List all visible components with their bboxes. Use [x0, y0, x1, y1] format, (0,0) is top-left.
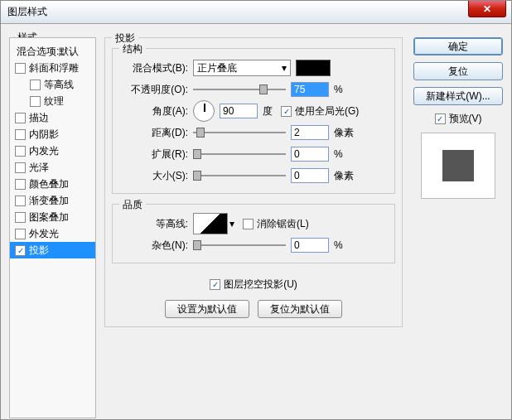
- distance-input[interactable]: 2: [291, 125, 329, 140]
- titlebar: 图层样式 ✕: [1, 1, 511, 24]
- style-label: 描边: [29, 111, 49, 125]
- noise-row: 杂色(N): 0 %: [123, 234, 384, 256]
- spread-row: 扩展(R): 0 %: [123, 143, 384, 165]
- quality-title: 品质: [119, 198, 146, 212]
- style-row-5[interactable]: 内发光: [10, 142, 95, 159]
- angle-unit: 度: [263, 104, 273, 118]
- style-label: 内阴影: [29, 128, 59, 142]
- panel-outer: 投影 结构 混合模式(B): 正片叠底 ▾ 不透明度(O):: [104, 37, 403, 327]
- style-row-11[interactable]: ✓投影: [10, 242, 95, 258]
- styles-panel: 混合选项:默认 斜面和浮雕等高线纹理描边内阴影内发光光泽颜色叠加渐变叠加图案叠加…: [9, 37, 96, 418]
- structure-title: 结构: [119, 42, 146, 56]
- style-label: 外发光: [29, 227, 59, 241]
- style-checkbox[interactable]: [15, 229, 26, 239]
- style-checkbox[interactable]: [30, 96, 41, 107]
- global-light-checkbox[interactable]: ✓: [281, 106, 292, 117]
- style-label: 图案叠加: [29, 210, 69, 224]
- style-label: 颜色叠加: [29, 177, 69, 191]
- style-checkbox[interactable]: ✓: [15, 245, 26, 256]
- style-row-9[interactable]: 图案叠加: [10, 209, 95, 225]
- spread-input[interactable]: 0: [291, 147, 329, 162]
- new-style-button[interactable]: 新建样式(W)...: [413, 87, 503, 105]
- noise-label: 杂色(N):: [123, 239, 193, 253]
- knockout-checkbox[interactable]: ✓: [210, 279, 220, 290]
- style-row-7[interactable]: 颜色叠加: [10, 176, 95, 192]
- style-label: 等高线: [44, 78, 74, 92]
- noise-slider[interactable]: [193, 238, 286, 253]
- style-label: 斜面和浮雕: [29, 61, 79, 75]
- style-label: 纹理: [44, 94, 64, 109]
- spread-slider[interactable]: [193, 147, 286, 162]
- opacity-unit: %: [334, 84, 343, 95]
- global-light-label: 使用全局光(G): [295, 104, 359, 118]
- spread-label: 扩展(R):: [123, 147, 193, 162]
- style-label: 内发光: [29, 144, 59, 158]
- style-row-8[interactable]: 渐变叠加: [10, 192, 95, 209]
- preview-swatch: [442, 150, 474, 181]
- spread-unit: %: [334, 148, 343, 160]
- window-title: 图层样式: [7, 5, 47, 19]
- style-checkbox[interactable]: [15, 196, 26, 206]
- style-row-4[interactable]: 内阴影: [10, 126, 95, 142]
- style-checkbox[interactable]: [15, 113, 26, 123]
- style-checkbox[interactable]: [15, 129, 26, 140]
- restore-default-button[interactable]: 复位为默认值: [258, 300, 342, 318]
- style-row-1[interactable]: 等高线: [10, 76, 95, 93]
- blend-mode-value: 正片叠底: [197, 61, 237, 75]
- angle-dial[interactable]: [193, 100, 215, 122]
- default-buttons: 设置为默认值 复位为默认值: [112, 300, 395, 318]
- style-row-10[interactable]: 外发光: [10, 225, 95, 242]
- blend-mode-row: 混合模式(B): 正片叠底 ▾: [123, 57, 384, 79]
- style-checkbox[interactable]: [15, 179, 26, 190]
- quality-group: 品质 等高线: ▾ 消除锯齿(L) 杂色(N): 0 %: [112, 204, 395, 263]
- distance-slider[interactable]: [193, 125, 286, 140]
- opacity-row: 不透明度(O): 75 %: [123, 79, 384, 100]
- style-checkbox[interactable]: [15, 162, 26, 173]
- opacity-input[interactable]: 75: [291, 82, 329, 97]
- angle-input[interactable]: 90: [220, 104, 258, 118]
- structure-group: 结构 混合模式(B): 正片叠底 ▾ 不透明度(O): 75 %: [112, 48, 395, 194]
- preview-row: ✓ 预览(V): [413, 112, 503, 126]
- style-checkbox[interactable]: [15, 146, 26, 157]
- cancel-button[interactable]: 复位: [413, 62, 503, 80]
- knockout-label: 图层挖空投影(U): [224, 278, 297, 292]
- noise-input[interactable]: 0: [291, 238, 329, 253]
- chevron-down-icon: ▾: [282, 62, 287, 74]
- styles-list: 混合选项:默认 斜面和浮雕等高线纹理描边内阴影内发光光泽颜色叠加渐变叠加图案叠加…: [10, 38, 95, 263]
- main-panel: 投影 结构 混合模式(B): 正片叠底 ▾ 不透明度(O):: [104, 37, 403, 420]
- style-row-2[interactable]: 纹理: [10, 93, 95, 109]
- close-button[interactable]: ✕: [468, 1, 506, 17]
- blend-mode-label: 混合模式(B):: [123, 61, 193, 75]
- contour-picker[interactable]: [193, 213, 228, 234]
- distance-row: 距离(D): 2 像素: [123, 122, 384, 143]
- style-label: 投影: [29, 244, 49, 258]
- set-default-button[interactable]: 设置为默认值: [165, 300, 249, 318]
- style-checkbox[interactable]: [15, 63, 26, 74]
- ok-button[interactable]: 确定: [413, 37, 503, 56]
- dialog-window: 图层样式 ✕ 样式 混合选项:默认 斜面和浮雕等高线纹理描边内阴影内发光光泽颜色…: [0, 0, 512, 420]
- knockout-row: ✓ 图层挖空投影(U): [112, 273, 395, 295]
- close-icon: ✕: [483, 3, 491, 15]
- distance-unit: 像素: [334, 126, 354, 140]
- style-checkbox[interactable]: [30, 80, 41, 90]
- size-input[interactable]: 0: [291, 168, 329, 183]
- contour-row: 等高线: ▾ 消除锯齿(L): [123, 213, 384, 234]
- size-label: 大小(S):: [123, 169, 193, 183]
- style-checkbox[interactable]: [15, 212, 26, 223]
- style-row-0[interactable]: 斜面和浮雕: [10, 60, 95, 76]
- antialias-checkbox[interactable]: [243, 219, 254, 229]
- preview-checkbox[interactable]: ✓: [435, 113, 446, 124]
- size-slider[interactable]: [193, 168, 286, 183]
- antialias-label: 消除锯齿(L): [257, 217, 309, 231]
- chevron-down-icon[interactable]: ▾: [229, 218, 234, 229]
- blend-mode-dropdown[interactable]: 正片叠底 ▾: [193, 60, 291, 76]
- color-swatch[interactable]: [296, 60, 331, 76]
- angle-row: 角度(A): 90 度 ✓ 使用全局光(G): [123, 100, 384, 122]
- style-label: 光泽: [29, 161, 49, 175]
- blend-options-row[interactable]: 混合选项:默认: [10, 43, 95, 60]
- style-row-6[interactable]: 光泽: [10, 159, 95, 176]
- style-row-3[interactable]: 描边: [10, 109, 95, 126]
- right-panel: 确定 复位 新建样式(W)... ✓ 预览(V): [413, 37, 503, 199]
- opacity-slider[interactable]: [193, 82, 286, 97]
- preview-label: 预览(V): [449, 112, 482, 126]
